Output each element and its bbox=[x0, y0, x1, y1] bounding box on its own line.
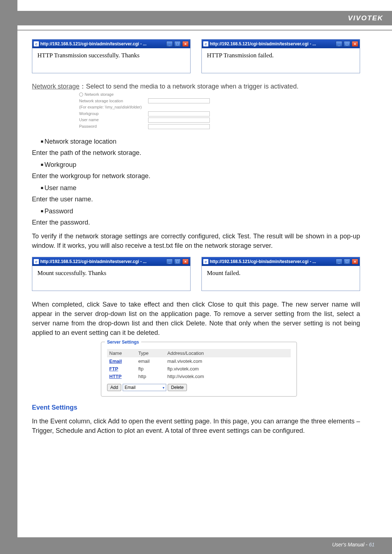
add-button[interactable]: Add bbox=[107, 384, 121, 391]
popup-body-text: HTTP Transmission failed. bbox=[202, 48, 360, 63]
radio-network-storage[interactable] bbox=[79, 93, 83, 97]
loc-hint: (For example: \\my_nas\disk\folder) bbox=[79, 104, 148, 111]
bullet-workgroup: Workgroup bbox=[41, 161, 360, 169]
popup-mount-failed: e http://192.168.5.121/cgi-bin/admin/tes… bbox=[201, 257, 360, 291]
chevron-down-icon: ▾ bbox=[163, 386, 164, 390]
bullet-network-storage-location: Network storage location bbox=[41, 138, 360, 145]
ie-icon: e bbox=[34, 41, 39, 46]
completed-paragraph: When completed, click Save to take effec… bbox=[32, 300, 360, 337]
col-type: Type bbox=[136, 349, 165, 357]
ie-icon: e bbox=[203, 259, 208, 264]
ie-icon: e bbox=[203, 41, 208, 46]
pass-label: Password bbox=[79, 123, 148, 130]
loc-input[interactable] bbox=[148, 98, 210, 103]
minimize-button[interactable]: _ bbox=[336, 41, 342, 47]
workgroup-label: Workgroup bbox=[79, 111, 148, 117]
close-button[interactable]: × bbox=[182, 259, 189, 264]
minimize-button[interactable]: _ bbox=[336, 259, 342, 264]
event-settings-heading: Event Settings bbox=[32, 404, 360, 411]
popup-http-failed: e http://192.168.5.121/cgi-bin/admin/tes… bbox=[201, 39, 360, 73]
minimize-button[interactable]: _ bbox=[166, 41, 173, 47]
radio-label: Network storage bbox=[85, 91, 114, 98]
network-storage-form: Network storage Network storage location… bbox=[79, 91, 360, 130]
popup-http-success: e http://192.168.5.121/cgi-bin/admin/tes… bbox=[32, 39, 191, 73]
server-type: http bbox=[136, 373, 165, 380]
top-brand-bar: VIVOTEK bbox=[17, 11, 392, 25]
col-name: Name bbox=[107, 349, 136, 357]
minimize-button[interactable]: _ bbox=[166, 259, 173, 264]
maximize-button[interactable]: □ bbox=[174, 41, 181, 47]
popup-body-text: Mount failed. bbox=[202, 266, 360, 280]
delete-button[interactable]: Delete bbox=[168, 384, 187, 391]
server-link-email[interactable]: Email bbox=[107, 357, 136, 365]
close-button[interactable]: × bbox=[352, 259, 358, 264]
window-titlebar: e http://192.168.5.121/cgi-bin/admin/tes… bbox=[202, 40, 360, 48]
workgroup-input[interactable] bbox=[148, 111, 210, 116]
loc-label: Network storage location bbox=[79, 98, 148, 104]
server-link-ftp[interactable]: FTP bbox=[107, 365, 136, 373]
maximize-button[interactable]: □ bbox=[344, 259, 350, 264]
server-addr: http://vivotek.com bbox=[165, 373, 291, 380]
network-storage-heading: Network storage：Select to send the media… bbox=[32, 82, 360, 91]
header-divider bbox=[17, 30, 392, 30]
col-address: Address/Location bbox=[165, 349, 291, 357]
event-settings-paragraph: In the Event column, click Add to open t… bbox=[32, 416, 360, 435]
server-table: Name Type Address/Location Email email m… bbox=[107, 349, 291, 380]
server-type: ftp bbox=[136, 365, 165, 373]
server-settings-panel: Server Settings Name Type Address/Locati… bbox=[101, 342, 297, 397]
close-button[interactable]: × bbox=[182, 41, 189, 47]
table-row: FTP ftp ftp.vivotek.com bbox=[107, 365, 291, 373]
window-titlebar: e http://192.168.5.121/cgi-bin/admin/tes… bbox=[32, 257, 190, 266]
server-addr: ftp.vivotek.com bbox=[165, 365, 291, 373]
verify-paragraph: To verify if the network storage setting… bbox=[32, 231, 360, 250]
bullet-user-name: User name bbox=[41, 184, 360, 192]
ie-icon: e bbox=[34, 259, 39, 264]
server-select-value: Email bbox=[124, 385, 135, 390]
bullet-password: Password bbox=[41, 208, 360, 215]
server-link-http[interactable]: HTTP bbox=[107, 373, 136, 380]
maximize-button[interactable]: □ bbox=[174, 259, 181, 264]
popup-mount-success: e http://192.168.5.121/cgi-bin/admin/tes… bbox=[32, 257, 191, 291]
window-titlebar: e http://192.168.5.121/cgi-bin/admin/tes… bbox=[202, 257, 360, 266]
user-label: User name bbox=[79, 117, 148, 123]
server-type: email bbox=[136, 357, 165, 365]
table-row: Email email mail.vivotek.com bbox=[107, 357, 291, 365]
pass-input[interactable] bbox=[148, 124, 210, 129]
window-title: http://192.168.5.121/cgi-bin/admin/tests… bbox=[40, 259, 165, 264]
window-title: http://192.168.5.121/cgi-bin/admin/tests… bbox=[40, 41, 165, 46]
footer-page: 61 bbox=[369, 542, 375, 547]
network-storage-heading-rest: ：Select to send the media to a network s… bbox=[79, 83, 298, 90]
left-decorative-bar bbox=[0, 0, 17, 554]
network-storage-heading-underline: Network storage bbox=[32, 83, 79, 90]
footer: User's Manual - 61 bbox=[332, 542, 375, 547]
close-button[interactable]: × bbox=[352, 41, 358, 47]
desc-workgroup: Enter the workgroup for network storage. bbox=[32, 172, 360, 180]
server-addr: mail.vivotek.com bbox=[165, 357, 291, 365]
brand-label: VIVOTEK bbox=[348, 14, 383, 22]
window-titlebar: e http://192.168.5.121/cgi-bin/admin/tes… bbox=[32, 40, 190, 48]
desc-network-storage-location: Enter the path of the network storage. bbox=[32, 149, 360, 157]
footer-label: User's Manual - bbox=[332, 542, 369, 547]
server-select[interactable]: Email ▾ bbox=[123, 384, 166, 391]
desc-user-name: Enter the user name. bbox=[32, 196, 360, 203]
desc-password: Enter the password. bbox=[32, 219, 360, 226]
user-input[interactable] bbox=[148, 118, 210, 123]
popup-body-text: Mount successfully. Thanks bbox=[32, 266, 190, 280]
maximize-button[interactable]: □ bbox=[344, 41, 350, 47]
popup-body-text: HTTP Transmission successfully. Thanks bbox=[32, 48, 190, 63]
window-title: http://192.168.5.121/cgi-bin/admin/tests… bbox=[210, 259, 334, 264]
table-row: HTTP http http://vivotek.com bbox=[107, 373, 291, 380]
window-title: http://192.168.5.121/cgi-bin/admin/tests… bbox=[210, 41, 334, 46]
server-settings-legend: Server Settings bbox=[105, 340, 141, 345]
